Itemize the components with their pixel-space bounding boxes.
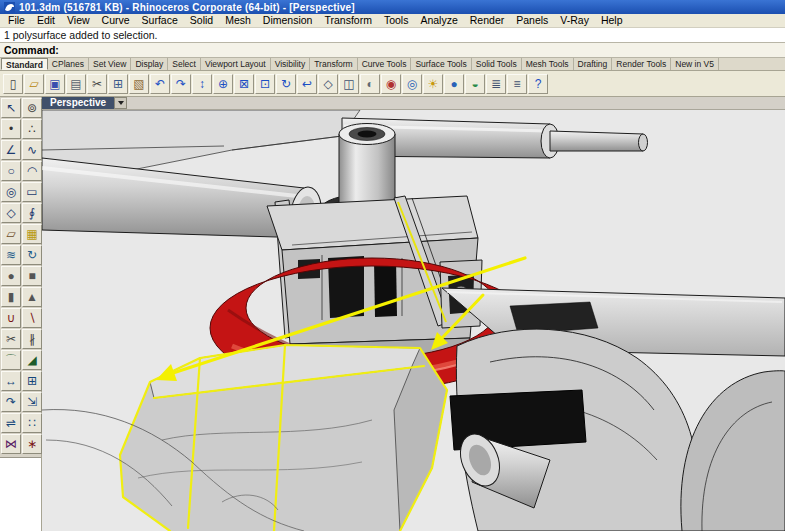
revolve-button[interactable]: ↻	[22, 245, 42, 265]
rectangle-button[interactable]: ▭	[22, 182, 42, 202]
surface-from-curves-button[interactable]: ▦	[22, 224, 42, 244]
new-file-button[interactable]: ▯	[3, 74, 23, 94]
tab-display[interactable]: Display	[131, 58, 168, 70]
tab-cplanes[interactable]: CPlanes	[48, 58, 89, 70]
sun-lighting-button[interactable]: ☀	[423, 74, 443, 94]
loft-button[interactable]: ≋	[1, 245, 21, 265]
menu-item-panels[interactable]: Panels	[510, 14, 554, 27]
polygon-button[interactable]: ◇	[1, 203, 21, 223]
viewport-title[interactable]: Perspective	[42, 97, 114, 109]
zoom-window-button[interactable]: ⊠	[234, 74, 254, 94]
tab-standard[interactable]: Standard	[1, 58, 48, 70]
viewport-menu-caret-icon[interactable]	[114, 97, 127, 109]
tab-set-view[interactable]: Set View	[89, 58, 131, 70]
split-button[interactable]: ∦	[22, 329, 42, 349]
ellipse-button[interactable]: ◎	[1, 182, 21, 202]
box-button[interactable]: ■	[22, 266, 42, 286]
polyline-button[interactable]: ∠	[1, 140, 21, 160]
tab-transform[interactable]: Transform	[310, 58, 357, 70]
viewport-layout-button[interactable]: ◫	[339, 74, 359, 94]
fillet-button[interactable]: ⌒	[1, 350, 21, 370]
rotate-button[interactable]: ↷	[1, 392, 21, 412]
menu-item-mesh[interactable]: Mesh	[219, 14, 257, 27]
menu-item-solid[interactable]: Solid	[184, 14, 219, 27]
menu-item-dimension[interactable]: Dimension	[257, 14, 319, 27]
join-button[interactable]: ⋈	[1, 434, 21, 454]
mirror-button[interactable]: ⇌	[1, 413, 21, 433]
surface-plane-button[interactable]: ▱	[1, 224, 21, 244]
explode-button[interactable]: ∗	[22, 434, 42, 454]
cone-button[interactable]: ▲	[22, 287, 42, 307]
selection-filter-button[interactable]: ⊚	[22, 98, 42, 118]
viewport-canvas[interactable]	[42, 110, 785, 531]
render-button[interactable]: ◉	[381, 74, 401, 94]
tab-select[interactable]: Select	[168, 58, 201, 70]
command-input[interactable]	[63, 44, 781, 57]
menu-item-surface[interactable]: Surface	[136, 14, 184, 27]
tab-drafting[interactable]: Drafting	[574, 58, 613, 70]
scale-button[interactable]: ⇲	[22, 392, 42, 412]
menu-item-v-ray[interactable]: V-Ray	[554, 14, 595, 27]
circle-button[interactable]: ○	[1, 161, 21, 181]
copy-button[interactable]: ⊞	[22, 371, 42, 391]
zoom-extents-button[interactable]: ⊡	[255, 74, 275, 94]
tab-visibility[interactable]: Visibility	[271, 58, 311, 70]
menu-item-render[interactable]: Render	[464, 14, 510, 27]
viewport-3d-scene[interactable]	[42, 110, 785, 531]
open-file-button[interactable]: ▱	[24, 74, 44, 94]
render-preview-button[interactable]: ◎	[402, 74, 422, 94]
tab-curve-tools[interactable]: Curve Tools	[358, 58, 412, 70]
helix-button[interactable]: ∮	[22, 203, 42, 223]
copy-to-clipboard-button[interactable]: ⊞	[108, 74, 128, 94]
menu-item-curve[interactable]: Curve	[96, 14, 136, 27]
tab-viewport-layout[interactable]: Viewport Layout	[201, 58, 271, 70]
set-view-button[interactable]: ◇	[318, 74, 338, 94]
pan-view-button[interactable]: ↕	[192, 74, 212, 94]
curve-button[interactable]: ∿	[22, 140, 42, 160]
print-button[interactable]: ▤	[66, 74, 86, 94]
layers-panel-button[interactable]: ≣	[486, 74, 506, 94]
tab-surface-tools[interactable]: Surface Tools	[411, 58, 471, 70]
arc-button[interactable]: ◠	[22, 161, 42, 181]
redo-button[interactable]: ↷	[171, 74, 191, 94]
menu-item-edit[interactable]: Edit	[31, 14, 61, 27]
sphere-button[interactable]: ●	[1, 266, 21, 286]
shaded-viewport-button[interactable]: ◐	[360, 74, 380, 94]
undo-button[interactable]: ↶	[150, 74, 170, 94]
save-icon: ▣	[49, 78, 60, 90]
tab-solid-tools[interactable]: Solid Tools	[472, 58, 522, 70]
title-bar[interactable]: 101.3dm (516781 KB) - Rhinoceros Corpora…	[0, 0, 785, 14]
move-button[interactable]: ↔	[1, 371, 21, 391]
save-button[interactable]: ▣	[45, 74, 65, 94]
paste-button[interactable]: ▧	[129, 74, 149, 94]
menu-item-analyze[interactable]: Analyze	[414, 14, 463, 27]
array-button[interactable]: ∷	[22, 413, 42, 433]
select-button[interactable]: ↖	[1, 98, 21, 118]
perspective-viewport[interactable]: Perspective	[42, 97, 785, 531]
zoom-dynamic-button[interactable]: ⊕	[213, 74, 233, 94]
tab-new-in-v5[interactable]: New in V5	[671, 58, 719, 70]
tab-mesh-tools[interactable]: Mesh Tools	[522, 58, 574, 70]
cut-button[interactable]: ✂	[87, 74, 107, 94]
help-button[interactable]: ?	[528, 74, 548, 94]
undo-view-change-button[interactable]: ↩	[297, 74, 317, 94]
rotate-view-button[interactable]: ↻	[276, 74, 296, 94]
chamfer-button[interactable]: ◢	[22, 350, 42, 370]
material-editor-button[interactable]: ●	[444, 74, 464, 94]
point-cloud-button[interactable]: ∴	[22, 119, 42, 139]
cylinder-button[interactable]: ▮	[1, 287, 21, 307]
menu-item-help[interactable]: Help	[595, 14, 629, 27]
point-button[interactable]: •	[1, 119, 21, 139]
menu-item-view[interactable]: View	[61, 14, 96, 27]
right-assembly[interactable]	[442, 288, 785, 531]
boolean-difference-button[interactable]: ∖	[22, 308, 42, 328]
tab-render-tools[interactable]: Render Tools	[612, 58, 671, 70]
environment-editor-button[interactable]: ◒	[465, 74, 485, 94]
menu-item-transform[interactable]: Transform	[318, 14, 377, 27]
menu-item-file[interactable]: File	[2, 14, 31, 27]
trim-button[interactable]: ✂	[1, 329, 21, 349]
object-properties-button[interactable]: ≡	[507, 74, 527, 94]
menu-item-tools[interactable]: Tools	[378, 14, 415, 27]
boolean-union-button[interactable]: ∪	[1, 308, 21, 328]
box-icon: ■	[28, 270, 35, 282]
